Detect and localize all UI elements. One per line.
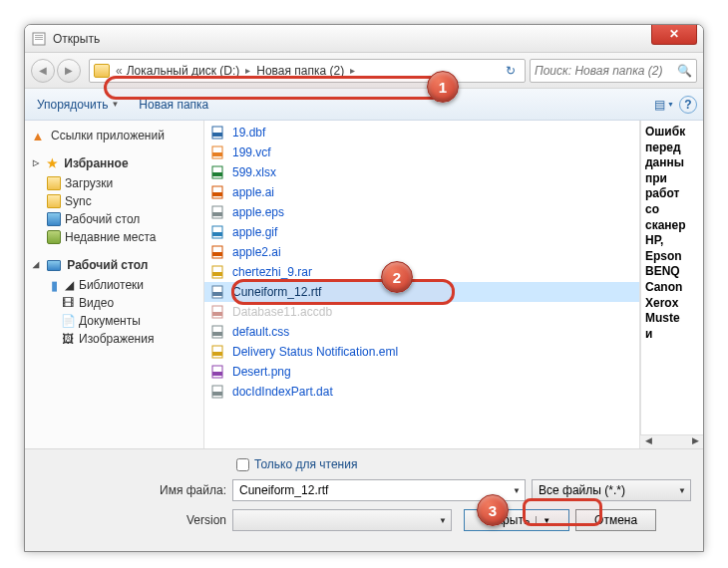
file-row[interactable]: Desert.png	[204, 362, 639, 382]
file-icon	[210, 284, 226, 300]
file-icon	[210, 304, 226, 320]
svg-rect-3	[35, 39, 43, 40]
chevron-down-icon: ▼	[536, 516, 550, 525]
preview-line: перед	[645, 141, 688, 156]
file-list[interactable]: 19.dbf199.vcf599.xlsxapple.aiapple.epsap…	[204, 121, 639, 448]
breadcrumb-seg-disk[interactable]: Локальный диск (D:)	[125, 64, 242, 78]
sidebar-images[interactable]: 🖼Изображения	[29, 330, 199, 348]
file-name: Database11.accdb	[232, 305, 332, 319]
breadcrumb-seg-folder[interactable]: Новая папка (2)	[254, 64, 346, 78]
chevron-down-icon: ▼	[513, 486, 521, 495]
file-row[interactable]: apple.ai	[204, 182, 639, 202]
sidebar-video[interactable]: 🎞Видео	[29, 294, 199, 312]
preview-line: Epson	[645, 249, 688, 265]
refresh-icon[interactable]: ↻	[501, 64, 521, 78]
file-name: chertezhi_9.rar	[232, 265, 312, 279]
sidebar-favorites-head[interactable]: ▷ ★ Избранное	[29, 154, 199, 174]
preview-line: и	[645, 327, 688, 343]
breadcrumb[interactable]: « Локальный диск (D:) ▸ Новая папка (2) …	[89, 59, 526, 83]
desktop-icon	[47, 212, 61, 226]
content-area: ▲ Ссылки приложений ▷ ★ Избранное Загруз…	[25, 121, 703, 448]
file-row[interactable]: 19.dbf	[204, 123, 639, 142]
scroll-right-icon[interactable]: ▶	[687, 435, 703, 448]
file-row[interactable]: apple.eps	[204, 202, 639, 222]
view-icon: ▤	[654, 98, 665, 112]
filename-value: Cuneiform_12.rtf	[239, 483, 328, 497]
file-icon	[210, 204, 226, 220]
sidebar: ▲ Ссылки приложений ▷ ★ Избранное Загруз…	[25, 121, 204, 448]
file-icon	[210, 224, 226, 240]
chevron-down-icon: ▼	[111, 100, 119, 109]
app-icon	[31, 31, 47, 47]
version-label: Version	[37, 513, 226, 527]
sidebar-sync[interactable]: Sync	[29, 192, 199, 210]
file-row[interactable]: apple2.ai	[204, 242, 639, 262]
sidebar-libraries[interactable]: ▮ ◢ Библиотеки	[29, 276, 199, 294]
readonly-checkbox[interactable]	[236, 458, 249, 471]
marker-1: 1	[427, 71, 459, 103]
filetype-filter[interactable]: Все файлы (*.*) ▼	[532, 479, 691, 501]
cancel-button[interactable]: Отмена	[575, 509, 656, 531]
file-row[interactable]: Database11.accdb	[204, 302, 639, 322]
chevron-right-icon: ▸	[350, 65, 355, 76]
help-button[interactable]: ?	[679, 96, 697, 114]
sidebar-recent[interactable]: Недавние места	[29, 228, 199, 246]
preview-scrollbar[interactable]: ◀ ▶	[640, 434, 703, 448]
recent-places-icon	[47, 230, 61, 244]
file-name: 599.xlsx	[232, 165, 276, 179]
sidebar-app-links[interactable]: ▲ Ссылки приложений	[29, 127, 199, 144]
file-row[interactable]: chertezhi_9.rar	[204, 262, 639, 282]
documents-icon: 📄	[61, 314, 75, 328]
marker-2: 2	[381, 261, 413, 293]
svg-rect-25	[212, 332, 222, 336]
search-box[interactable]: 🔍	[530, 59, 697, 83]
svg-rect-13	[212, 212, 222, 216]
file-row[interactable]: Delivery Status Notification.eml	[204, 342, 639, 362]
open-dialog-window: Открыть ✕ ◀ ▶ « Локальный диск (D:) ▸ Но…	[24, 24, 704, 552]
view-button[interactable]: ▤ ▼	[653, 94, 675, 116]
sidebar-downloads[interactable]: Загрузки	[29, 174, 199, 192]
titlebar: Открыть ✕	[25, 25, 703, 53]
scroll-left-icon[interactable]: ◀	[640, 435, 656, 448]
star-icon: ★	[47, 156, 58, 170]
file-row[interactable]: 599.xlsx	[204, 162, 639, 182]
search-icon: 🔍	[677, 64, 692, 78]
close-button[interactable]: ✕	[651, 25, 697, 45]
file-icon	[210, 264, 226, 280]
sidebar-desktop[interactable]: Рабочий стол	[29, 210, 199, 228]
new-folder-button[interactable]: Новая папка	[133, 95, 214, 115]
nav-back-button[interactable]: ◀	[31, 59, 55, 83]
preview-line: работ	[645, 186, 688, 202]
file-name: apple.eps	[232, 205, 284, 219]
organize-button[interactable]: Упорядочить ▼	[31, 95, 125, 115]
search-input[interactable]	[535, 64, 675, 78]
file-icon	[210, 344, 226, 360]
readonly-row: Только для чтения	[37, 457, 691, 471]
file-row[interactable]: default.css	[204, 322, 639, 342]
preview-pane: ОшибкпередданныприработсосканерHP,EpsonB…	[640, 121, 692, 434]
file-name: apple.ai	[232, 185, 274, 199]
file-row[interactable]: Cuneiform_12.rtf	[204, 282, 639, 302]
file-row[interactable]: apple.gif	[204, 222, 639, 242]
chevron-down-icon: ▼	[439, 516, 447, 525]
filter-label: Все файлы (*.*)	[539, 483, 625, 497]
chevrons-icon: «	[116, 64, 123, 78]
file-name: 19.dbf	[232, 126, 265, 140]
svg-rect-2	[35, 37, 43, 38]
preview-line: HP,	[645, 233, 688, 249]
version-combo[interactable]: ▼	[232, 509, 452, 531]
sidebar-documents[interactable]: 📄Документы	[29, 312, 199, 330]
file-name: Delivery Status Notification.eml	[232, 345, 398, 359]
preview-line: Xerox	[645, 296, 688, 312]
readonly-label: Только для чтения	[254, 457, 357, 471]
svg-rect-17	[212, 252, 222, 256]
preview-line: при	[645, 171, 688, 187]
vlc-icon: ▲	[31, 129, 45, 142]
file-row[interactable]: docIdIndexPart.dat	[204, 382, 639, 402]
organize-label: Упорядочить	[37, 98, 108, 112]
file-row[interactable]: 199.vcf	[204, 142, 639, 162]
sidebar-desktop-head[interactable]: ◢ Рабочий стол	[29, 256, 199, 276]
nav-forward-button[interactable]: ▶	[57, 59, 81, 83]
marker-3: 3	[477, 494, 509, 526]
file-icon	[210, 184, 226, 200]
